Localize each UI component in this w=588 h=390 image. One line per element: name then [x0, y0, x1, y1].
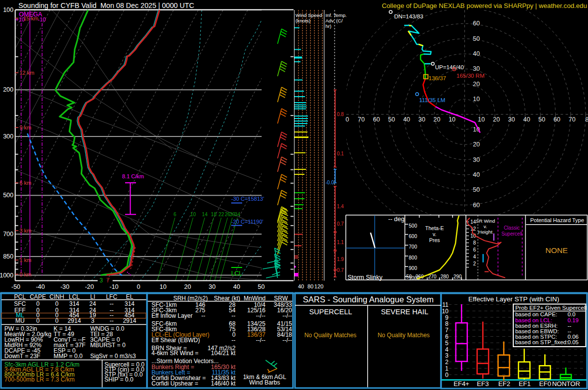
svg-text:(knots): (knots): [295, 18, 310, 23]
svg-text:--/--: --/--: [256, 337, 265, 344]
svg-text:20: 20: [184, 283, 191, 290]
svg-text:290: 290: [453, 274, 462, 279]
svg-text:4: 4: [445, 346, 448, 353]
svg-text:--: --: [568, 323, 572, 329]
svg-text:-20: -20: [85, 283, 94, 290]
svg-text:No Quality Matches: No Quality Matches: [378, 332, 430, 339]
svg-text:4: 4: [473, 254, 476, 260]
svg-text:LCL: LCL: [231, 270, 242, 277]
svg-text:0: 0: [55, 317, 59, 324]
svg-text:Height: Height: [478, 229, 493, 235]
svg-text:200: 200: [3, 86, 13, 93]
svg-text:Classic: Classic: [504, 225, 520, 231]
svg-text:3: 3: [91, 317, 95, 324]
svg-text:900: 900: [409, 265, 417, 271]
svg-text:15 km: 15 km: [23, 15, 38, 21]
svg-text:5: 5: [445, 340, 448, 347]
svg-text:20: 20: [493, 116, 500, 123]
svg-text:0: 0: [36, 317, 40, 324]
svg-text:UP=146/40: UP=146/40: [435, 64, 464, 70]
svg-text:DownT = 23F: DownT = 23F: [4, 353, 40, 360]
svg-text:104/21 kt: 104/21 kt: [211, 350, 236, 357]
svg-text:0.06: 0.06: [568, 334, 579, 340]
svg-text:Adv. (C/: Adv. (C/: [325, 18, 343, 23]
svg-text:50: 50: [388, 116, 395, 123]
svg-text:SHIP = 0.0: SHIP = 0.0: [105, 376, 134, 383]
svg-text:10: 10: [190, 212, 196, 217]
svg-text:30: 30: [473, 65, 480, 72]
svg-text:40: 40: [523, 116, 530, 123]
svg-text:Corfidi Upshear =: Corfidi Upshear =: [151, 380, 198, 387]
svg-text:Pres: Pres: [429, 237, 440, 243]
svg-text:EF1: EF1: [519, 380, 531, 388]
svg-text:based on EBWD:: based on EBWD:: [515, 328, 559, 334]
svg-text:1 km: 1 km: [19, 257, 31, 263]
svg-text:8: 8: [445, 320, 448, 327]
svg-text:2: 2: [473, 261, 476, 266]
svg-text:6: 6: [173, 212, 176, 217]
svg-text:8.1 C/km: 8.1 C/km: [122, 173, 144, 179]
svg-text:14: 14: [202, 212, 208, 217]
svg-text:40: 40: [233, 283, 240, 290]
svg-text:70: 70: [358, 116, 365, 123]
svg-text:0.05: 0.05: [568, 339, 579, 345]
svg-text:-10: -10: [110, 283, 119, 290]
svg-text:Sounding for CYFB Valid Mon 0: Sounding for CYFB Valid Mon 08 Dec 2025 …: [18, 1, 194, 9]
svg-text:111/35 LM: 111/35 LM: [419, 97, 445, 103]
svg-text:Theta-E: Theta-E: [425, 225, 443, 231]
svg-text:30: 30: [473, 156, 480, 163]
svg-text:700: 700: [3, 231, 13, 238]
svg-text:0.19: 0.19: [568, 317, 579, 323]
svg-text:Prob EF2+ Given Supercell: Prob EF2+ Given Supercell: [515, 304, 587, 311]
svg-text:based on ESRH:: based on ESRH:: [515, 323, 558, 329]
svg-text:10: 10: [478, 116, 485, 123]
svg-text:0: 0: [346, 116, 349, 123]
svg-text:1: 1: [445, 365, 448, 372]
svg-text:-40: -40: [36, 283, 45, 290]
svg-text:based on STP_fixed:: based on STP_fixed:: [515, 339, 568, 345]
svg-text:60: 60: [554, 116, 561, 123]
svg-text:34: 34: [235, 212, 241, 217]
svg-text:-30: -30: [60, 283, 69, 290]
svg-text:Shear (kt): Shear (kt): [214, 295, 240, 302]
svg-text:EF0: EF0: [539, 380, 551, 388]
svg-text:10: 10: [473, 96, 480, 103]
svg-text:--/--: --/--: [283, 337, 292, 344]
svg-text:--: --: [232, 337, 236, 344]
svg-text:MU: MU: [15, 317, 25, 324]
svg-text:MMP = 0.0: MMP = 0.0: [54, 353, 83, 360]
svg-text:6: 6: [445, 333, 448, 340]
svg-text:60: 60: [473, 202, 480, 209]
svg-text:-20 C=11190': -20 C=11190': [231, 219, 263, 225]
svg-text:80: 80: [307, 283, 313, 289]
svg-text:--/--: --/--: [256, 312, 265, 319]
svg-text:100: 100: [3, 6, 13, 13]
svg-text:8: 8: [473, 240, 476, 246]
svg-text:0.1: 0.1: [337, 151, 344, 156]
svg-text:EF2: EF2: [498, 380, 510, 388]
svg-text:50: 50: [473, 186, 480, 193]
svg-text:based on STPC:: based on STPC:: [515, 334, 557, 340]
svg-text:300: 300: [3, 133, 13, 140]
svg-text:1.9: 1.9: [337, 257, 344, 262]
svg-text:1000: 1000: [0, 272, 13, 279]
svg-text:Supercell: Supercell: [501, 231, 522, 237]
svg-text:Inf. Temp.: Inf. Temp.: [325, 12, 347, 18]
svg-text:SRH (m2/s2): SRH (m2/s2): [173, 295, 208, 302]
svg-text:EF4+: EF4+: [453, 380, 469, 388]
svg-text:165/30 RM: 165/30 RM: [456, 73, 484, 79]
svg-text:Eff Inflow Layer: Eff Inflow Layer: [151, 312, 193, 319]
svg-text:500: 500: [3, 192, 13, 199]
svg-text:11: 11: [442, 301, 449, 308]
svg-text:120: 120: [314, 283, 323, 289]
svg-text:0: 0: [445, 372, 448, 379]
svg-text:NONTOR: NONTOR: [552, 380, 580, 388]
svg-text:Storm Slinky: Storm Slinky: [347, 274, 383, 281]
svg-text:20: 20: [473, 81, 480, 88]
svg-text:6 km: 6 km: [19, 180, 31, 186]
svg-text:850: 850: [3, 253, 13, 260]
svg-text:1.4: 1.4: [337, 204, 344, 209]
svg-text:1.1: 1.1: [337, 240, 344, 245]
svg-text:Eff Shear (EBWD): Eff Shear (EBWD): [151, 337, 200, 344]
svg-text:based on LCL:: based on LCL:: [515, 317, 552, 323]
